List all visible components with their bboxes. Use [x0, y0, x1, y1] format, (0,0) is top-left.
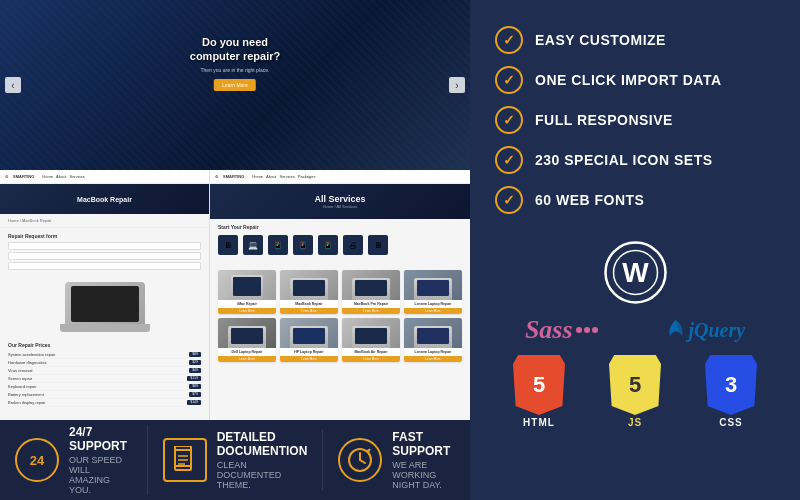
device-icon-macbook[interactable]: 💻 — [243, 235, 263, 255]
fast-support-icon — [338, 438, 382, 482]
price-row: Screen repair$119 — [8, 375, 201, 383]
feature-item-2: ✓ ONE CLICK IMPORT DATA — [495, 60, 775, 100]
hero-button[interactable]: Learn More — [214, 79, 256, 91]
bottom-item-docs: DETAILED DOCUMENTION CLEAN DOCUMENTED TH… — [148, 430, 324, 490]
device-icon-iphone[interactable]: 📱 — [293, 235, 313, 255]
feature-check-1: ✓ — [495, 26, 523, 54]
macbook-base — [60, 324, 150, 332]
bottom-item-fast: FAST SUPPORT WE ARE WORKING NIGHT DAY. — [323, 430, 470, 490]
inner-nav-right: ⚙ SMARTING HomeAboutServicesPackages — [210, 170, 470, 184]
form-row-3[interactable] — [8, 262, 201, 270]
card-img-macbook-pro — [342, 270, 400, 300]
fast-support-subtitle: WE ARE WORKING NIGHT DAY. — [392, 460, 455, 490]
service-card-macbook: MacBook Repair Learn More — [280, 270, 338, 314]
support-text: 24/7 SUPPORT OUR SPEED WILL AMAZING YOU. — [69, 425, 132, 495]
sass-dot-2 — [584, 327, 590, 333]
feature-label-2: ONE CLICK IMPORT DATA — [535, 72, 722, 88]
card-more-macbook-air[interactable]: Learn More — [342, 356, 400, 362]
support-title: 24/7 SUPPORT — [69, 425, 132, 453]
left-panel: ⚙ SMARTING Home About Us Services Packag… — [0, 0, 470, 500]
service-card-macbook-pro: MacBook Pro Repair Learn More — [342, 270, 400, 314]
card-img-dell — [218, 318, 276, 348]
repair-form-section: Repair Request form — [0, 228, 209, 277]
repair-prices-section: Our Repair Prices System acceleration re… — [0, 337, 209, 412]
inner-nav-left: ⚙ SMARTING HomeAboutServices — [0, 170, 209, 184]
jquery-text: jQuery — [688, 319, 745, 342]
card-more-macbook[interactable]: Learn More — [280, 308, 338, 314]
shields-row: 5 HTML 5 JS 3 CSS — [495, 355, 775, 428]
start-repair-title: Start Your Repair — [218, 224, 462, 230]
macbook-shape — [65, 282, 145, 332]
price-row: Keyboard repair$89 — [8, 383, 201, 391]
form-row-1[interactable] — [8, 242, 201, 250]
card-img-macbook-air — [342, 318, 400, 348]
card-more-dell[interactable]: Learn More — [218, 356, 276, 362]
tech-logos: W Sass jQuery — [495, 240, 775, 428]
html5-shield: 5 HTML — [513, 355, 565, 428]
carousel-arrow-left[interactable]: ‹ — [5, 77, 21, 93]
device-icon-android[interactable]: 📱 — [318, 235, 338, 255]
services-hero: All Services Home / All Services — [210, 184, 470, 219]
feature-list: ✓ EASY CUSTOMIZE ✓ ONE CLICK IMPORT DATA… — [495, 20, 775, 220]
document-icon — [173, 446, 197, 474]
device-icon-imac[interactable]: 🖥 — [218, 235, 238, 255]
price-row: Broken display repair$149 — [8, 399, 201, 407]
card-img-hp — [280, 318, 338, 348]
card-more-lenovo-2[interactable]: Learn More — [404, 356, 462, 362]
feature-label-3: FULL RESPONSIVE — [535, 112, 673, 128]
hero-screenshot: ⚙ SMARTING Home About Us Services Packag… — [0, 0, 470, 170]
sass-text: Sass — [525, 315, 573, 345]
card-more-hp[interactable]: Learn More — [280, 356, 338, 362]
feature-check-3: ✓ — [495, 106, 523, 134]
checkmark-icon-3: ✓ — [503, 112, 515, 128]
device-icon-ipad[interactable]: 📱 — [268, 235, 288, 255]
hero-title: Do you need computer repair? — [190, 35, 280, 64]
wordpress-row: W — [495, 240, 775, 305]
inner-pages-row: ⚙ SMARTING HomeAboutServices MacBook Rep… — [0, 170, 470, 420]
inner-breadcrumb-left: Home / MacBook Repair — [0, 214, 209, 228]
sidebar-links: Mac Repair MacBook Repair MacBook Air Re… — [0, 412, 209, 420]
inner-page-left: ⚙ SMARTING HomeAboutServices MacBook Rep… — [0, 170, 210, 420]
carousel-arrow-right[interactable]: › — [449, 77, 465, 93]
jquery-logo: jQuery — [667, 319, 745, 342]
price-row: System acceleration repair$89 — [8, 351, 201, 359]
card-img-lenovo-2 — [404, 318, 462, 348]
prices-title: Our Repair Prices — [8, 342, 201, 348]
card-img-imac — [218, 270, 276, 300]
feature-label-4: 230 SPECIAL ICON SETS — [535, 152, 713, 168]
feature-check-4: ✓ — [495, 146, 523, 174]
device-icon-printer[interactable]: 🖨 — [343, 235, 363, 255]
bottom-item-support: 24 24/7 SUPPORT OUR SPEED WILL AMAZING Y… — [0, 425, 148, 495]
feature-check-5: ✓ — [495, 186, 523, 214]
feature-label-1: EASY CUSTOMIZE — [535, 32, 666, 48]
card-title-macbook: MacBook Repair — [280, 300, 338, 308]
form-row-2[interactable] — [8, 252, 201, 260]
checkmark-icon-1: ✓ — [503, 32, 515, 48]
service-card-macbook-air: MacBook Air Repair Learn More — [342, 318, 400, 362]
sass-dot-3 — [592, 327, 598, 333]
right-panel: ✓ EASY CUSTOMIZE ✓ ONE CLICK IMPORT DATA… — [470, 0, 800, 500]
card-more-imac[interactable]: Learn More — [218, 308, 276, 314]
feature-label-5: 60 WEB FONTS — [535, 192, 644, 208]
docs-icon — [163, 438, 207, 482]
feature-item-4: ✓ 230 SPECIAL ICON SETS — [495, 140, 775, 180]
html5-label: HTML — [523, 417, 555, 428]
js-label: JS — [628, 417, 642, 428]
sidebar-link[interactable]: Mac Repair — [8, 417, 201, 420]
card-more-macbook-pro[interactable]: Learn More — [342, 308, 400, 314]
card-title-dell: Dell Laptop Repair — [218, 348, 276, 356]
fast-support-text: FAST SUPPORT WE ARE WORKING NIGHT DAY. — [392, 430, 455, 490]
service-card-lenovo: Lenovo Laptop Repair Learn More — [404, 270, 462, 314]
macbook-image-area — [0, 277, 209, 337]
inner-page-right: ⚙ SMARTING HomeAboutServicesPackages All… — [210, 170, 470, 420]
card-more-lenovo[interactable]: Learn More — [404, 308, 462, 314]
checkmark-icon-5: ✓ — [503, 192, 515, 208]
sass-dot — [576, 327, 582, 333]
svg-text:W: W — [622, 257, 649, 288]
docs-subtitle: CLEAN DOCUMENTED THEME. — [217, 460, 308, 490]
html5-shield-shape: 5 — [513, 355, 565, 415]
card-title-macbook-pro: MacBook Pro Repair — [342, 300, 400, 308]
sass-logo: Sass — [525, 315, 598, 345]
js-shield: 5 JS — [609, 355, 661, 428]
device-icon-pc[interactable]: 🖥 — [368, 235, 388, 255]
